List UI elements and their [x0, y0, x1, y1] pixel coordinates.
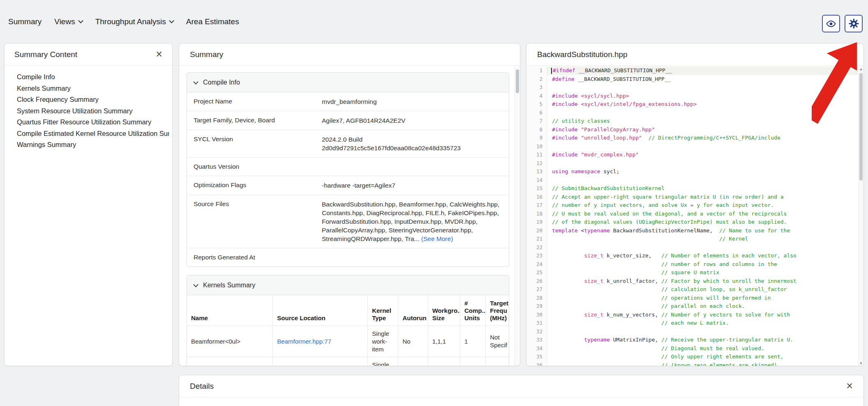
code-line: #include "unrolled_loop.hpp" // DirectPr…: [552, 134, 858, 142]
line-number-gutter: 1234567891011121314151617181920212223242…: [526, 66, 547, 366]
line-number: 25: [526, 268, 542, 277]
nav-item-summary[interactable]: Summary: [8, 17, 42, 26]
line-number: 22: [526, 243, 542, 252]
summary-title: Summary: [190, 50, 223, 59]
kernels-column-header: Name: [187, 295, 273, 326]
toc-item-compile-info[interactable]: Compile Info: [17, 71, 169, 83]
line-number: 18: [526, 210, 542, 218]
code-line: // parallel on each clock.: [552, 302, 858, 311]
toc-item-quartus-fitter-resource-utilization-summary[interactable]: Quartus Fitter Resource Utilization Summ…: [17, 117, 169, 128]
line-number: 29: [526, 302, 542, 311]
see-more-link[interactable]: (See More): [419, 235, 453, 242]
code-panel-close-button[interactable]: ×: [846, 49, 853, 60]
summary-scrollbar-thumb[interactable]: [516, 69, 519, 93]
summary-scrollbar-track[interactable]: [515, 66, 520, 366]
details-title: Details: [190, 382, 214, 391]
summary-content-header: Summary Content ×: [5, 44, 172, 66]
chevron-down-icon: [193, 79, 199, 85]
kernels-cell: 1: [460, 357, 486, 366]
nav-item-area-estimates[interactable]: Area Estimates: [186, 17, 239, 26]
kernels-summary-section-header[interactable]: Kernels Summary: [187, 275, 509, 295]
code-line: // (known zero elements are skipped).: [552, 361, 858, 367]
toc-item-compile-estimated-kernel-resource-utilization-summary[interactable]: Compile Estimated Kernel Resource Utiliz…: [17, 128, 169, 140]
scroll-up-arrow-icon[interactable]: ▲: [859, 66, 863, 72]
code-line: // of the diagonal values (UDiagRecipVec…: [552, 218, 858, 227]
toc-item-warnings-summary[interactable]: Warnings Summary: [17, 139, 169, 151]
source-location-link[interactable]: Beamformer.hpp:77: [277, 338, 331, 345]
kernels-table: NameSource LocationKernel TypeAutorunWor…: [187, 295, 509, 366]
compile-info-label: Optimization Flags: [187, 176, 315, 195]
code-line: // Only upper right elements are sent,: [552, 353, 858, 361]
compile-info-section: Compile Info Project Namemvdr_beamformin…: [187, 72, 509, 267]
compile-info-value: Agilex7, AGFB014R24A2E2V: [315, 111, 509, 130]
kernels-cell: 1: [460, 326, 486, 357]
toc-item-kernels-summary[interactable]: Kernels Summary: [17, 83, 169, 94]
compile-info-section-header[interactable]: Compile Info: [187, 73, 509, 92]
code-line: [552, 83, 858, 92]
compile-info-value: -hardware -target=Agilex7: [315, 176, 509, 195]
source-location-cell: Beamformer.hpp:77: [273, 326, 368, 357]
details-panel-header: Details ×: [179, 375, 863, 397]
kernels-cell: Single work-item: [368, 326, 398, 357]
compile-info-row: Reports Generated At: [187, 248, 509, 266]
compile-info-table: Project Namemvdr_beamformingTarget Famil…: [187, 92, 509, 266]
code-line: // square U matrix: [552, 268, 858, 277]
line-number: 24: [526, 260, 542, 269]
details-close-button[interactable]: ×: [846, 381, 853, 392]
compile-info-section-title: Compile Info: [203, 79, 240, 86]
code-panel: BackwardSubstitution.hpp × 1234567891011…: [526, 43, 864, 366]
close-icon: ×: [846, 380, 853, 392]
line-number: 26: [526, 277, 542, 286]
compile-info-row: Source FilesBackwardSubstitution.hpp, Be…: [187, 195, 509, 248]
toc-item-system-resource-utilization-summary[interactable]: System Resource Utilization Summary: [17, 106, 169, 117]
summary-content-close-button[interactable]: ×: [156, 49, 162, 60]
kernels-cell: 1,1,1: [428, 326, 460, 357]
compile-info-value: BackwardSubstitution.hpp, Beamformer.hpp…: [315, 195, 509, 248]
kernels-cell: No: [398, 326, 428, 357]
line-number: 21: [526, 235, 542, 243]
kernels-summary-section: Kernels Summary NameSource LocationKerne…: [187, 275, 509, 366]
compile-info-label: Source Files: [187, 195, 315, 248]
code-line: #include "mvdr_complex.hpp": [552, 151, 858, 159]
line-number: 3: [526, 83, 542, 92]
toc-item-clock-frequency-summary[interactable]: Clock Frequency Summary: [17, 94, 169, 106]
nav-item-label: Area Estimates: [186, 17, 239, 26]
scroll-down-arrow-icon[interactable]: ▼: [859, 360, 863, 366]
code-scrollbar-track[interactable]: ▲ ▼: [858, 66, 863, 366]
nav-item-views[interactable]: Views: [54, 17, 82, 26]
nav-item-label: Views: [54, 17, 75, 26]
chevron-down-icon: [169, 18, 174, 23]
compile-info-value: 2024.2.0 Build 2d0d9d7291c5c5e167fd0eaa0…: [315, 130, 509, 157]
line-number: 12: [526, 159, 542, 168]
line-number: 8: [526, 126, 542, 134]
kernels-column-header: Kernel Type: [368, 295, 398, 326]
code-editor[interactable]: 1234567891011121314151617181920212223242…: [526, 66, 863, 366]
line-number: 19: [526, 218, 542, 227]
compile-info-row: Quartus Version: [187, 158, 509, 176]
kernels-summary-section-title: Kernels Summary: [203, 282, 255, 289]
code-line: // Accept an upper-right square triangul…: [552, 193, 858, 202]
kernels-column-header: Workgro... Size: [428, 295, 460, 326]
kernels-table-header-row: NameSource LocationKernel TypeAutorunWor…: [187, 295, 509, 326]
settings-button[interactable]: [845, 15, 863, 32]
code-line: #include <sycl/ext/intel/fpga_extensions…: [552, 100, 858, 109]
line-number: 5: [526, 100, 542, 109]
gear-icon: [848, 18, 859, 29]
summary-panel-header: Summary: [179, 44, 520, 66]
compile-info-value: [315, 158, 509, 176]
line-number: 27: [526, 285, 542, 294]
code-line: // calculation loop, so k_unroll_factor: [552, 285, 858, 294]
line-number: 31: [526, 319, 542, 328]
visibility-button[interactable]: [822, 15, 840, 32]
chevron-down-icon: [78, 18, 83, 23]
code-scrollbar-thumb[interactable]: [859, 73, 863, 181]
kernels-column-header: Autorun: [398, 295, 428, 326]
line-number: 13: [526, 167, 542, 176]
code-line: // Diagonal must be real valued.: [552, 344, 858, 353]
nav-item-throughput-analysis[interactable]: Throughput Analysis: [95, 17, 173, 26]
code-line: size_t k_unroll_factor, // Factor by whi…: [552, 277, 858, 286]
line-number: 1: [526, 67, 542, 75]
line-number: 20: [526, 227, 542, 235]
line-number: 36: [526, 361, 542, 367]
code-line: // utility classes: [552, 117, 858, 126]
